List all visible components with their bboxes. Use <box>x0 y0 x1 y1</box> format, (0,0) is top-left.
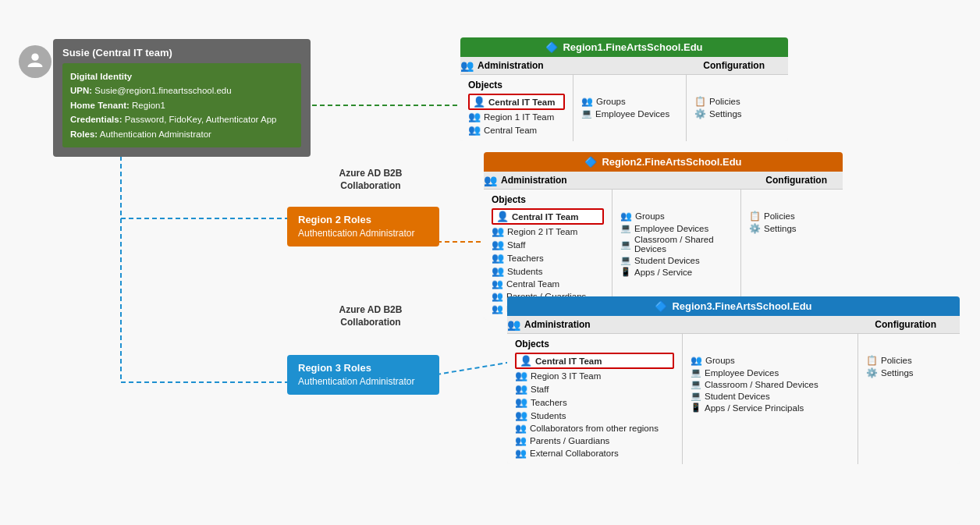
region3-groups-icon: 👥 <box>691 355 702 366</box>
region1-settings-icon: ⚙️ <box>694 108 706 119</box>
region3-item-teachers: 👥 Teachers <box>515 396 674 409</box>
region3-config: 📋 Policies ⚙️ Settings <box>858 334 960 464</box>
region3-central-it-label: Central IT Team <box>535 357 602 366</box>
region3-classroom-icon: 💻 <box>691 379 701 389</box>
region3-staff-label: Staff <box>531 385 549 394</box>
roles-value: Authentication Administrator <box>100 129 211 139</box>
collab-label-2-line1: Azure AD B2B <box>308 304 433 317</box>
collab-label-1: Azure AD B2B Collaboration <box>308 168 433 192</box>
region3-groups: 👥 Groups <box>691 354 850 367</box>
region3-student-devices: 💻 Student Devices <box>691 390 850 402</box>
region2-item-central-it: 👤 Central IT Team <box>492 208 604 225</box>
region2-groups-icon: 👥 <box>620 211 632 222</box>
region1-central-it-label: Central IT Team <box>488 98 555 107</box>
region2-employee-devices: 💻 Employee Devices <box>620 222 733 234</box>
region3-admin-icon: 👥 <box>507 318 520 331</box>
region2-central-it-label: Central IT Team <box>512 212 578 222</box>
region2-staff-label: Staff <box>507 240 525 250</box>
region2-admin-label: Administration <box>501 175 567 186</box>
region3-panel: 🔷 Region3.FineArtsSchool.Edu 👥 Administr… <box>507 296 960 464</box>
region1-item-central-team: 👥 Central Team <box>468 123 565 137</box>
region3-policies: 📋 Policies <box>866 354 952 367</box>
region2-ct-label: Central Team <box>506 279 559 289</box>
region2-student-icon: 💻 <box>620 255 631 265</box>
region2-students-label: Students <box>507 267 542 276</box>
region3-external-icon: 👥 <box>515 448 527 459</box>
region2-teachers-label: Teachers <box>507 254 544 263</box>
region3-settings-icon: ⚙️ <box>866 367 878 378</box>
region1-icon: 🔷 <box>545 41 558 53</box>
region2-item-teachers: 👥 Teachers <box>492 251 604 264</box>
digital-identity-label: Digital Identity <box>70 72 132 81</box>
region1-groups-devices: 👥 Groups 💻 Employee Devices <box>573 75 687 141</box>
region3-admin-label: Administration <box>524 319 591 330</box>
region2-r2it-icon: 👥 <box>492 225 504 237</box>
susie-card: Susie (Central IT team) Digital Identity… <box>53 39 311 157</box>
susie-title: Susie (Central IT team) <box>62 47 301 59</box>
diagram: Susie (Central IT team) Digital Identity… <box>0 0 980 525</box>
region3-item-students: 👥 Students <box>515 409 674 422</box>
region2-classroom-label: Classroom / Shared Devices <box>634 235 733 254</box>
region2-groups: 👥 Groups <box>620 210 733 222</box>
region3-item-central-it: 👤 Central IT Team <box>515 353 674 369</box>
region2-policies: 📋 Policies <box>749 210 835 222</box>
upn-label: UPN: <box>70 86 92 95</box>
region2-roles-title: Region 2 Roles <box>298 213 428 227</box>
region2-external-icon: 👥 <box>492 303 503 314</box>
region3-student-icon: 💻 <box>691 391 701 401</box>
region3-teachers-label: Teachers <box>531 398 567 407</box>
region1-ct-label: Central Team <box>484 126 537 135</box>
region1-groups-label: Groups <box>596 97 626 106</box>
region2-apps-icon: 📱 <box>620 267 631 277</box>
region2-policies-label: Policies <box>764 211 795 221</box>
region3-roles-title: Region 3 Roles <box>298 361 428 375</box>
region3-teachers-icon: 👥 <box>515 396 527 408</box>
region3-roles-box: Region 3 Roles Authentication Administra… <box>287 355 439 395</box>
region1-objects-label: Objects <box>468 80 565 90</box>
region1-admin-bar: 👥 Administration Configuration <box>460 57 788 75</box>
region2-r2it-label: Region 2 IT Team <box>507 227 577 236</box>
region3-body: Objects 👤 Central IT Team 👥 Region 3 IT … <box>507 334 960 464</box>
region3-item-parents: 👥 Parents / Guardians <box>515 435 674 447</box>
region3-groups-label: Groups <box>705 356 735 365</box>
region2-header: 🔷 Region2.FineArtsSchool.Edu <box>484 152 843 172</box>
region2-students-icon: 👥 <box>492 265 504 277</box>
region3-emp-devices-label: Employee Devices <box>705 368 779 378</box>
region3-roles-subtitle: Authentication Administrator <box>298 375 428 388</box>
region2-policies-icon: 📋 <box>749 211 761 222</box>
home-tenant-value: Region1 <box>132 101 165 110</box>
region1-groups-icon: 👥 <box>581 96 593 107</box>
region1-it-label: Region 1 IT Team <box>484 112 554 122</box>
region2-item-central-team: 👥 Central Team <box>492 278 604 290</box>
region2-groups-label: Groups <box>635 211 665 221</box>
region2-roles-subtitle: Authentication Administrator <box>298 227 428 240</box>
region2-student-devices: 💻 Student Devices <box>620 254 733 266</box>
region3-staff-icon: 👥 <box>515 383 527 395</box>
region1-item-central-it: 👤 Central IT Team <box>468 94 565 110</box>
region3-header: 🔷 Region3.FineArtsSchool.Edu <box>507 296 960 316</box>
region3-r3it-label: Region 3 IT Team <box>531 371 601 381</box>
region3-item-external: 👥 External Collaborators <box>515 447 674 459</box>
region3-emp-devices-icon: 💻 <box>691 367 701 378</box>
region1-ct-icon: 👥 <box>468 124 481 136</box>
region3-apps-label: Apps / Service Principals <box>705 403 804 413</box>
region3-students-label: Students <box>531 411 566 420</box>
collab-label-2: Azure AD B2B Collaboration <box>308 304 433 328</box>
roles-label: Roles: <box>70 129 98 139</box>
region1-policies-icon: 📋 <box>694 96 706 107</box>
region3-classroom-devices: 💻 Classroom / Shared Devices <box>691 378 850 390</box>
region3-external-label: External Collaborators <box>530 449 619 458</box>
region2-ct-icon: 👥 <box>492 278 503 289</box>
region2-staff-icon: 👥 <box>492 239 504 250</box>
region1-settings: ⚙️ Settings <box>694 108 780 120</box>
region1-it-icon: 👥 <box>468 111 481 122</box>
region2-apps: 📱 Apps / Service <box>620 266 733 278</box>
region3-icon: 🔷 <box>655 300 667 312</box>
region3-objects: Objects 👤 Central IT Team 👥 Region 3 IT … <box>507 334 683 464</box>
region3-r3it-icon: 👥 <box>515 370 527 381</box>
region1-central-it-icon: 👤 <box>473 96 485 108</box>
region2-panel: 🔷 Region2.FineArtsSchool.Edu 👥 Administr… <box>484 152 843 320</box>
region2-config-label: Configuration <box>765 175 843 186</box>
region2-student-label: Student Devices <box>634 256 700 265</box>
region2-item-students: 👥 Students <box>492 264 604 278</box>
